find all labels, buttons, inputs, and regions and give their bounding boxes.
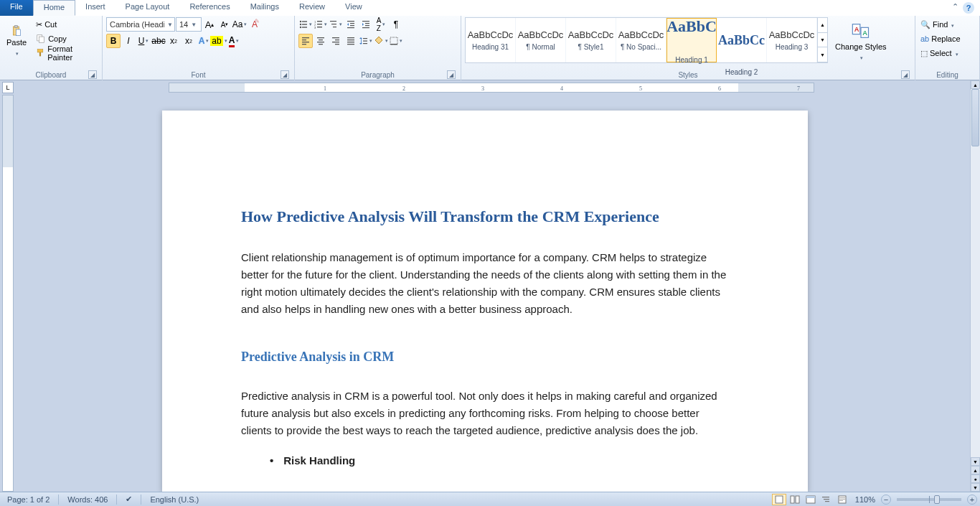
- paragraph-1[interactable]: Client relationship management is of opt…: [241, 249, 729, 318]
- copy-button[interactable]: Copy: [34, 32, 98, 46]
- help-icon[interactable]: ?: [963, 2, 974, 14]
- horizontal-ruler[interactable]: 123 456 7: [169, 83, 814, 93]
- bullets-button[interactable]: [298, 17, 313, 32]
- font-launcher[interactable]: ◢: [281, 70, 289, 79]
- increase-indent-button[interactable]: [359, 17, 373, 32]
- underline-button[interactable]: U: [136, 34, 151, 48]
- gallery-more-button[interactable]: ▼: [818, 47, 827, 62]
- scroll-down-button[interactable]: ▼: [971, 457, 980, 466]
- highlight-button[interactable]: ab: [212, 34, 226, 48]
- browse-object-button[interactable]: ●: [971, 474, 980, 483]
- next-page-button[interactable]: ▼: [971, 483, 980, 492]
- sort-button[interactable]: AZ: [374, 17, 388, 32]
- style-heading31[interactable]: AaBbCcDcHeading 31: [466, 18, 516, 62]
- svg-rect-51: [390, 44, 397, 44]
- style-heading2[interactable]: AaBbCcHeading 2: [717, 18, 767, 62]
- show-hide-button[interactable]: ¶: [389, 17, 403, 32]
- page-indicator[interactable]: Page: 1 of 2: [3, 495, 54, 504]
- web-layout-view[interactable]: [804, 494, 818, 505]
- word-count[interactable]: Words: 406: [63, 495, 112, 504]
- text-effects-button[interactable]: A: [197, 34, 211, 48]
- zoom-out-button[interactable]: −: [881, 495, 891, 505]
- group-paragraph: 123 AZ ¶ Paragraph ◢: [295, 16, 461, 80]
- shading-button[interactable]: [374, 34, 388, 48]
- paragraph-launcher[interactable]: ◢: [447, 70, 456, 79]
- change-styles-button[interactable]: AA Change Styles: [832, 17, 890, 65]
- superscript-button[interactable]: x2: [182, 34, 196, 48]
- full-screen-reading-view[interactable]: [788, 494, 802, 505]
- outline-icon: [821, 495, 831, 504]
- paste-button[interactable]: Paste: [4, 17, 29, 65]
- font-name-dropdown[interactable]: Cambria (Headi ▼: [106, 17, 175, 32]
- zoom-slider[interactable]: [897, 498, 961, 501]
- heading-2[interactable]: Predictive Analysis in CRM: [241, 347, 729, 367]
- print-layout-view[interactable]: [772, 494, 786, 505]
- cut-label: Cut: [44, 20, 57, 29]
- language-indicator[interactable]: English (U.S.): [146, 495, 203, 504]
- styles-launcher[interactable]: ◢: [901, 70, 910, 79]
- zoom-handle[interactable]: [934, 495, 940, 504]
- svg-rect-14: [317, 21, 322, 22]
- shrink-font-button[interactable]: A▾: [217, 17, 232, 32]
- gallery-down-button[interactable]: ▼: [818, 33, 827, 48]
- tab-selector[interactable]: L: [2, 82, 14, 93]
- tab-file[interactable]: File: [0, 0, 33, 16]
- tab-view[interactable]: View: [335, 0, 372, 16]
- paragraph-2[interactable]: Predictive analysis in CRM is a powerful…: [241, 388, 729, 439]
- grow-font-button[interactable]: A▴: [202, 17, 217, 32]
- scroll-thumb[interactable]: [971, 89, 979, 146]
- vertical-ruler[interactable]: [2, 95, 14, 492]
- align-center-button[interactable]: [314, 34, 328, 48]
- zoom-in-button[interactable]: +: [967, 495, 977, 505]
- numbering-button[interactable]: 123: [314, 17, 328, 32]
- gallery-up-button[interactable]: ▲: [818, 18, 827, 33]
- tab-home[interactable]: Home: [33, 0, 75, 16]
- align-left-button[interactable]: [298, 34, 313, 48]
- bullet-item-1[interactable]: •Risk Handling: [270, 452, 729, 469]
- minimize-ribbon-icon[interactable]: ⌃: [952, 2, 958, 14]
- line-spacing-button[interactable]: [359, 34, 373, 48]
- page[interactable]: How Predictive Analysis Will Transform t…: [162, 111, 808, 492]
- tab-insert[interactable]: Insert: [75, 0, 116, 16]
- find-button[interactable]: 🔍 Find: [919, 17, 956, 32]
- clear-formatting-button[interactable]: A✎: [248, 17, 262, 32]
- strikethrough-button[interactable]: abc: [151, 34, 166, 48]
- style-normal[interactable]: AaBbCcDc¶ Normal: [516, 18, 566, 62]
- prev-page-button[interactable]: ▲: [971, 466, 980, 474]
- cut-button[interactable]: ✂ Cut: [34, 17, 98, 32]
- draft-view[interactable]: [835, 494, 849, 505]
- style-style1[interactable]: AaBbCcDc¶ Style1: [566, 18, 616, 62]
- tab-references[interactable]: References: [179, 0, 240, 16]
- group-label-editing: Editing: [919, 70, 976, 80]
- multilevel-icon: [329, 20, 338, 29]
- change-case-button[interactable]: Aa: [232, 17, 247, 32]
- italic-button[interactable]: I: [121, 34, 136, 48]
- vertical-scrollbar[interactable]: ▲ ▼ ▲ ● ▼: [970, 80, 980, 492]
- subscript-button[interactable]: x2: [166, 34, 181, 48]
- borders-button[interactable]: [389, 34, 403, 48]
- style-heading1[interactable]: AaBbCHeading 1: [666, 18, 717, 62]
- style-heading3[interactable]: AaBbCcDcHeading 3: [767, 18, 817, 62]
- document-title[interactable]: How Predictive Analysis Will Transform t…: [241, 204, 729, 229]
- proofing-icon[interactable]: ✔: [121, 495, 136, 504]
- tab-mailings[interactable]: Mailings: [240, 0, 289, 16]
- align-right-button[interactable]: [329, 34, 343, 48]
- bold-button[interactable]: B: [106, 34, 121, 48]
- svg-point-9: [300, 24, 301, 25]
- replace-button[interactable]: ab Replace: [919, 32, 962, 46]
- find-icon: 🔍: [920, 20, 930, 29]
- format-painter-button[interactable]: Format Painter: [34, 46, 98, 60]
- clipboard-launcher[interactable]: ◢: [88, 70, 97, 79]
- font-size-dropdown[interactable]: 14 ▼: [176, 17, 202, 32]
- style-no-spacing[interactable]: AaBbCcDc¶ No Spaci...: [616, 18, 666, 62]
- justify-button[interactable]: [344, 34, 358, 48]
- scroll-up-button[interactable]: ▲: [971, 80, 980, 89]
- tab-page-layout[interactable]: Page Layout: [116, 0, 180, 16]
- decrease-indent-button[interactable]: [344, 17, 358, 32]
- zoom-level[interactable]: 110%: [851, 495, 880, 504]
- outline-view[interactable]: [819, 494, 834, 505]
- font-color-button[interactable]: A: [227, 34, 241, 48]
- select-button[interactable]: ⬚ Select: [919, 46, 960, 60]
- tab-review[interactable]: Review: [289, 0, 335, 16]
- multilevel-list-button[interactable]: [329, 17, 343, 32]
